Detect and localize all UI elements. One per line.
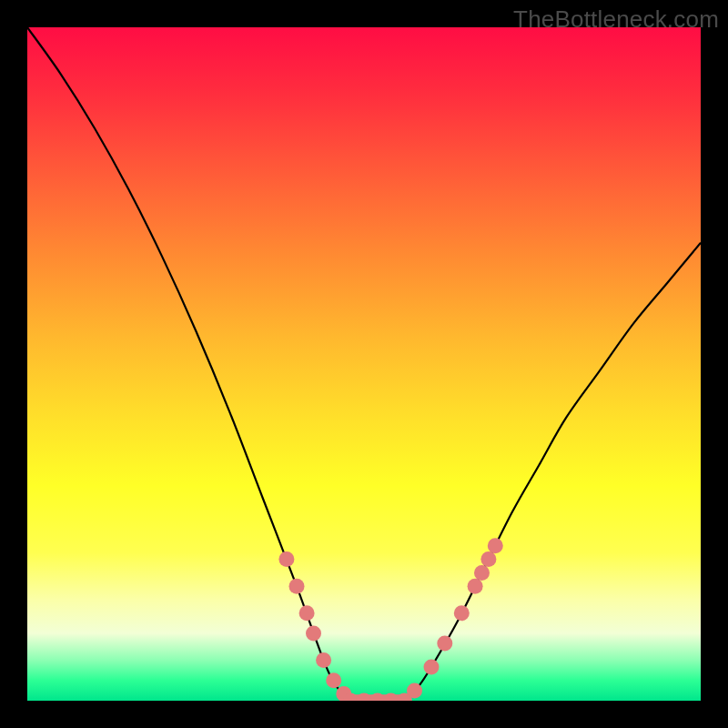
- marker-dot: [316, 652, 331, 668]
- marker-dot: [454, 605, 470, 621]
- marker-dot: [357, 693, 372, 702]
- marker-dot: [474, 565, 490, 581]
- marker-dot: [289, 579, 305, 594]
- right-curve-path: [404, 243, 701, 701]
- chart-frame: TheBottleneck.com: [0, 0, 728, 728]
- marker-dot: [437, 636, 452, 652]
- marker-dot: [488, 538, 503, 553]
- marker-dot: [468, 579, 483, 594]
- marker-dot: [480, 551, 496, 567]
- marker-dot: [306, 626, 321, 642]
- marker-dot: [299, 605, 315, 621]
- marker-dot: [278, 551, 294, 567]
- plot-area: [27, 27, 701, 701]
- marker-dots-group: [278, 538, 502, 701]
- marker-dot: [424, 660, 440, 675]
- marker-dot: [369, 693, 385, 702]
- marker-dot: [407, 682, 422, 698]
- curve-overlay: [27, 27, 701, 701]
- marker-dot: [383, 693, 399, 702]
- left-curve-path: [27, 27, 350, 701]
- marker-dot: [326, 672, 341, 688]
